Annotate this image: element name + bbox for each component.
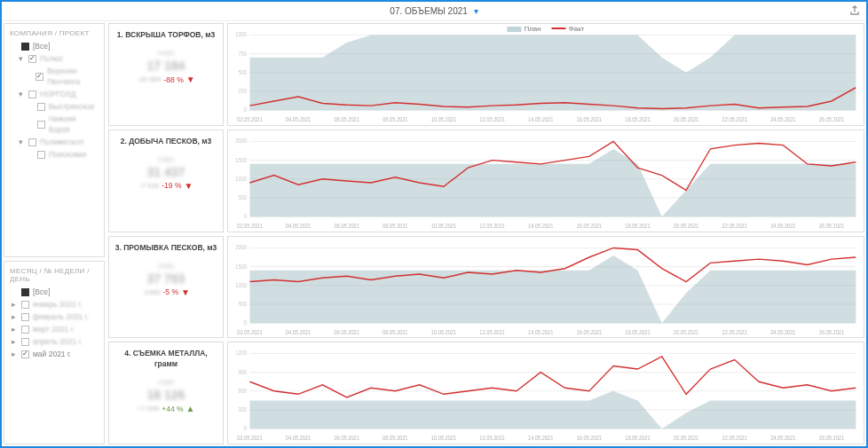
svg-text:20.05.2021: 20.05.2021	[674, 115, 699, 122]
tree-item-label: февраль 2021 г.	[33, 311, 89, 322]
svg-text:18.05.2021: 18.05.2021	[625, 328, 651, 335]
legend-plan: План	[507, 25, 541, 33]
tree-item[interactable]: [Все]	[10, 41, 99, 51]
kpi-sub1: план	[158, 378, 174, 386]
checkbox[interactable]	[21, 326, 29, 334]
tree-item[interactable]: ▸февраль 2021 г.	[10, 311, 99, 322]
arrow-down-icon: ▼	[186, 75, 195, 84]
kpi-value: 31 437	[147, 165, 185, 179]
svg-text:06.05.2021: 06.05.2021	[335, 115, 360, 122]
kpi-card: 1. ВСКРЫША ТОРФОВ, м3 план 17 184 -20 58…	[108, 23, 224, 126]
share-icon[interactable]	[848, 4, 861, 17]
checkbox[interactable]	[28, 138, 36, 146]
kpi-card: 4. СЪЕМКА МЕТАЛЛА, грамм план 18 126 +7 …	[108, 342, 224, 444]
checkbox[interactable]	[21, 313, 29, 321]
svg-text:26.05.2021: 26.05.2021	[819, 222, 845, 229]
svg-text:06.05.2021: 06.05.2021	[335, 434, 360, 441]
tree-item[interactable]: ▸март 2021 г.	[10, 324, 99, 334]
svg-text:0: 0	[244, 213, 248, 220]
svg-text:26.05.2021: 26.05.2021	[819, 115, 845, 122]
checkbox[interactable]	[37, 121, 45, 129]
checkbox[interactable]	[37, 103, 45, 111]
tree-item[interactable]: Быстринское	[10, 101, 99, 112]
kpi-title: 3. ПРОМЫВКА ПЕСКОВ, м3	[115, 242, 217, 253]
svg-text:1200: 1200	[235, 350, 247, 357]
kpi-delta: -7 534 -19 % ▼	[139, 181, 193, 191]
chart-panel: 050010001500200002.05.202104.05.202106.0…	[227, 130, 864, 232]
svg-text:2000: 2000	[235, 243, 247, 250]
expand-icon[interactable]: ▸	[10, 324, 18, 334]
checkbox[interactable]	[21, 301, 29, 309]
kpi-value: 37 793	[147, 271, 185, 286]
company-tree: [Все]▾Полюс Верхняя Пенченга▾НОРГОЛД Быс…	[10, 41, 99, 160]
filter-icon[interactable]: ▾	[474, 6, 478, 16]
tree-item[interactable]: ▾НОРГОЛД	[10, 89, 99, 99]
svg-text:04.05.2021: 04.05.2021	[286, 222, 312, 229]
arrow-down-icon: ▼	[185, 181, 193, 191]
checkbox[interactable]	[21, 338, 29, 346]
date-tree: [Все]▸январь 2021 г.▸февраль 2021 г.▸мар…	[10, 287, 99, 359]
tree-item[interactable]: ▸апрель 2021 г.	[10, 336, 99, 347]
svg-text:1500: 1500	[235, 263, 247, 270]
tree-item-label: [Все]	[33, 287, 50, 297]
chart-panel: 0300600900120002.05.202104.05.202106.05.…	[227, 342, 864, 444]
tree-item[interactable]: ▾Полиметалл	[10, 137, 99, 147]
sidebar: КОМПАНИЯ / ПРОЕКТ [Все]▾Полюс Верхняя Пе…	[2, 21, 107, 446]
checkbox[interactable]	[21, 288, 29, 296]
expand-icon[interactable]: ▸	[10, 336, 18, 347]
tree-item[interactable]: ▸май 2021 г.	[10, 349, 99, 359]
tree-item[interactable]: Верхняя Пенченга	[10, 66, 99, 87]
kpi-value: 17 184	[147, 59, 185, 73]
chart-panel: 050010001500200002.05.202104.05.202106.0…	[227, 236, 864, 339]
svg-text:14.05.2021: 14.05.2021	[528, 115, 554, 122]
svg-text:18.05.2021: 18.05.2021	[625, 222, 651, 229]
svg-text:12.05.2021: 12.05.2021	[479, 434, 505, 441]
tree-item[interactable]: ▾Полюс	[10, 53, 99, 64]
svg-text:12.05.2021: 12.05.2021	[479, 222, 505, 229]
page-title: 07. ОБЪЕМЫ 2021 ▾	[390, 6, 477, 16]
svg-text:500: 500	[238, 300, 247, 307]
tree-item[interactable]: ▸январь 2021 г.	[10, 299, 99, 310]
svg-text:10.05.2021: 10.05.2021	[431, 328, 457, 335]
filter-title-company: КОМПАНИЯ / ПРОЕКТ	[10, 29, 99, 37]
checkbox[interactable]	[37, 151, 45, 159]
checkbox[interactable]	[36, 73, 43, 81]
svg-text:1000: 1000	[235, 281, 247, 288]
expand-icon[interactable]: ▾	[17, 137, 25, 147]
svg-text:20.05.2021: 20.05.2021	[674, 328, 699, 335]
expand-icon[interactable]: ▸	[10, 311, 18, 322]
kpi-sub1: план	[158, 155, 174, 163]
svg-text:0: 0	[244, 425, 248, 432]
checkbox[interactable]	[28, 55, 36, 63]
checkbox[interactable]	[28, 90, 36, 98]
tree-item-label: [Все]	[33, 41, 50, 51]
svg-text:24.05.2021: 24.05.2021	[770, 222, 796, 229]
arrow-down-icon: ▼	[181, 287, 190, 297]
expand-icon[interactable]: ▾	[17, 89, 25, 99]
metric-row: 4. СЪЕМКА МЕТАЛЛА, грамм план 18 126 +7 …	[108, 342, 864, 444]
tree-item[interactable]: Нижняя Борзя	[10, 114, 99, 135]
svg-text:02.05.2021: 02.05.2021	[237, 434, 263, 441]
tree-item[interactable]: [Все]	[10, 287, 99, 297]
expand-icon[interactable]: ▸	[10, 299, 18, 310]
metric-row: 3. ПРОМЫВКА ПЕСКОВ, м3 план 37 793 -1960…	[108, 236, 864, 339]
tree-item-label: Быстринское	[49, 101, 95, 112]
svg-text:04.05.2021: 04.05.2021	[286, 328, 312, 335]
svg-text:24.05.2021: 24.05.2021	[770, 115, 796, 122]
checkbox[interactable]	[21, 350, 29, 358]
expand-icon[interactable]: ▾	[17, 53, 25, 64]
svg-text:16.05.2021: 16.05.2021	[577, 115, 603, 122]
tree-item[interactable]: Поисковая	[10, 149, 99, 160]
dashboard-frame: 07. ОБЪЕМЫ 2021 ▾ КОМПАНИЯ / ПРОЕКТ [Все…	[0, 0, 868, 448]
kpi-sub1: план	[158, 49, 174, 57]
svg-text:04.05.2021: 04.05.2021	[286, 434, 312, 441]
svg-text:16.05.2021: 16.05.2021	[577, 434, 603, 441]
kpi-card: 2. ДОБЫЧА ПЕСКОВ, м3 план 31 437 -7 534 …	[108, 130, 224, 232]
expand-icon[interactable]: ▸	[10, 349, 18, 359]
tree-item-label: Полиметалл	[40, 137, 83, 147]
svg-text:14.05.2021: 14.05.2021	[528, 328, 554, 335]
svg-text:300: 300	[238, 406, 247, 413]
svg-text:16.05.2021: 16.05.2021	[577, 222, 603, 229]
checkbox[interactable]	[21, 43, 29, 51]
tree-item-label: Нижняя Борзя	[49, 114, 99, 135]
